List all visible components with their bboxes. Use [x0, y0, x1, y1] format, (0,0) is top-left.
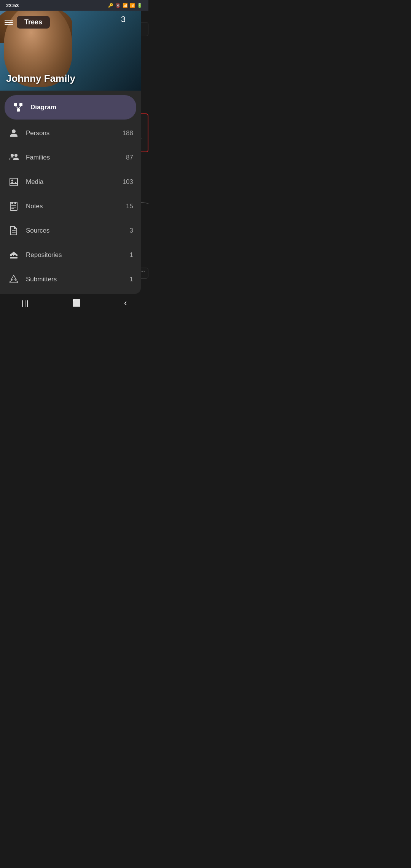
svg-point-5	[12, 129, 16, 133]
family-name-title: Johnny Family	[6, 73, 75, 85]
svg-rect-0	[14, 103, 17, 106]
hamburger-menu-icon[interactable]	[5, 20, 13, 25]
svg-rect-18	[10, 257, 18, 258]
key-icon: 🔑	[108, 3, 113, 8]
menu-label-families: Families	[26, 154, 126, 161]
menu-label-notes: Notes	[26, 203, 126, 210]
svg-rect-8	[10, 178, 18, 186]
bottom-navigation-bar: ||| ⬜ ‹	[0, 294, 148, 312]
menu-count-submitters: 1	[130, 276, 133, 283]
menu-item-submitters[interactable]: Submitters 1	[0, 267, 141, 292]
trees-header[interactable]: Trees	[5, 16, 50, 29]
svg-line-3	[16, 106, 18, 108]
svg-rect-12	[14, 202, 16, 204]
trees-label-text[interactable]: Trees	[17, 16, 50, 29]
menu-item-media[interactable]: Media 103	[0, 170, 141, 194]
svg-point-7	[14, 154, 18, 157]
mute-icon: 🔇	[115, 3, 121, 8]
families-icon	[8, 152, 20, 164]
drawer-menu: Diagram Persons 188	[0, 91, 141, 294]
menu-item-families[interactable]: Families 87	[0, 145, 141, 170]
menu-count-media: 103	[123, 178, 133, 186]
menu-item-sources[interactable]: Sources 3	[0, 219, 141, 243]
menu-label-repositories: Repositories	[26, 251, 130, 259]
bottom-nav-back[interactable]: ‹	[115, 295, 136, 311]
svg-rect-1	[19, 103, 22, 106]
menu-count-notes: 15	[126, 203, 133, 210]
svg-rect-10	[10, 202, 17, 211]
bottom-nav-home[interactable]: ⬜	[63, 296, 90, 310]
badge-count: 3	[121, 14, 126, 24]
drawer-header: Trees 3 Johnny Family	[0, 11, 141, 91]
svg-rect-19	[10, 255, 18, 256]
persons-icon	[8, 127, 20, 139]
status-time: 23:53	[6, 3, 19, 8]
svg-point-9	[11, 180, 13, 182]
submitters-icon	[8, 273, 20, 286]
bottom-nav-recents[interactable]: |||	[13, 296, 38, 310]
status-icons: 🔑 🔇 📶 📶 🔋	[108, 3, 142, 8]
svg-rect-2	[17, 108, 20, 112]
svg-rect-20	[12, 255, 13, 257]
svg-point-6	[11, 154, 14, 157]
svg-rect-21	[14, 255, 16, 257]
menu-count-repositories: 1	[130, 251, 133, 259]
menu-item-repositories[interactable]: Repositories 1	[0, 243, 141, 267]
signal-icon: 📶	[130, 3, 135, 8]
notes-icon	[8, 200, 20, 212]
menu-count-families: 87	[126, 154, 133, 161]
svg-rect-11	[11, 202, 13, 204]
wifi-icon: 📶	[123, 3, 128, 8]
sources-icon	[8, 225, 20, 237]
repositories-icon	[8, 249, 20, 261]
status-bar: 23:53 🔑 🔇 📶 📶 🔋	[0, 0, 148, 11]
menu-label-media: Media	[26, 178, 123, 186]
diagram-icon	[12, 101, 24, 113]
menu-item-diagram[interactable]: Diagram	[5, 95, 136, 120]
navigation-drawer: Trees 3 Johnny Family Diagram	[0, 11, 141, 294]
menu-count-sources: 3	[130, 227, 133, 235]
menu-label-persons: Persons	[26, 129, 123, 137]
svg-line-4	[18, 106, 21, 108]
battery-icon: 🔋	[137, 3, 142, 8]
menu-label-diagram: Diagram	[30, 104, 129, 111]
menu-count-persons: 188	[123, 129, 133, 137]
menu-label-sources: Sources	[26, 227, 130, 235]
menu-label-submitters: Submitters	[26, 276, 130, 283]
menu-item-notes[interactable]: Notes 15	[0, 194, 141, 219]
menu-item-persons[interactable]: Persons 188	[0, 121, 141, 145]
media-icon	[8, 176, 20, 188]
